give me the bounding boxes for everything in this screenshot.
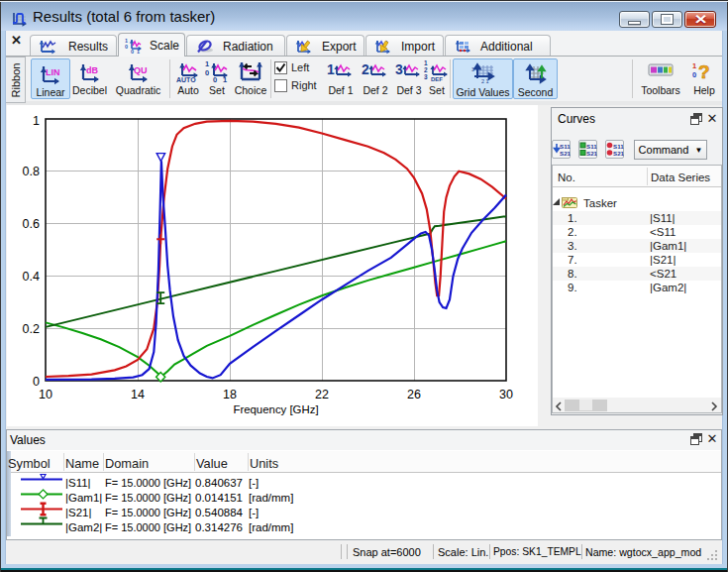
svg-text:0.6: 0.6 xyxy=(23,217,40,231)
svg-text:S11: S11 xyxy=(560,143,571,150)
svg-text:0.014151: 0.014151 xyxy=(195,492,243,504)
svg-text:2: 2 xyxy=(362,61,369,77)
svg-text:|Gam1|: |Gam1| xyxy=(65,492,102,504)
svg-text:3: 3 xyxy=(395,61,403,77)
svg-text:26: 26 xyxy=(407,388,421,401)
svg-text:Frequency [GHz]: Frequency [GHz] xyxy=(233,403,318,415)
svg-text:AUTO: AUTO xyxy=(176,76,196,83)
svg-text:[rad/mm]: [rad/mm] xyxy=(249,521,293,533)
svg-text:S21: S21 xyxy=(586,150,597,157)
svg-text:0.2: 0.2 xyxy=(23,322,40,336)
svg-text:0: 0 xyxy=(213,75,217,83)
svg-text:0: 0 xyxy=(205,68,209,77)
svg-text:0.540884: 0.540884 xyxy=(195,507,244,518)
svg-text:0: 0 xyxy=(33,375,40,389)
svg-text:LIN: LIN xyxy=(46,67,60,77)
svg-text:0.314276: 0.314276 xyxy=(195,521,243,533)
svg-text:1: 1 xyxy=(692,61,696,70)
svg-text:F= 15.0000 [GHz]: F= 15.0000 [GHz] xyxy=(105,507,191,518)
svg-text:1: 1 xyxy=(327,61,335,77)
svg-text:10: 10 xyxy=(39,388,52,401)
svg-text:0.840637: 0.840637 xyxy=(195,477,243,489)
svg-text:0: 0 xyxy=(125,44,128,50)
svg-text:22: 22 xyxy=(315,388,329,401)
svg-text:[-]: [-] xyxy=(249,507,259,518)
svg-text:0: 0 xyxy=(692,70,696,79)
svg-text:S21: S21 xyxy=(560,150,571,157)
svg-text:14: 14 xyxy=(131,388,145,401)
svg-text:S21: S21 xyxy=(613,150,624,157)
svg-text:|S21|: |S21| xyxy=(65,507,91,518)
svg-text:18: 18 xyxy=(223,388,237,401)
svg-text:0.4: 0.4 xyxy=(23,270,40,284)
svg-text:DEF: DEF xyxy=(431,76,443,82)
svg-text:0: 0 xyxy=(131,49,134,54)
svg-text:|Gam2|: |Gam2| xyxy=(65,521,102,533)
svg-text:0.8: 0.8 xyxy=(23,165,40,178)
svg-text:F= 15.0000 [GHz]: F= 15.0000 [GHz] xyxy=(105,492,191,504)
svg-text:30: 30 xyxy=(499,388,513,401)
svg-text:QU: QU xyxy=(134,65,148,75)
svg-text:dB: dB xyxy=(86,65,98,75)
svg-text:S11: S11 xyxy=(586,143,597,150)
svg-text:[rad/mm]: [rad/mm] xyxy=(249,492,293,504)
svg-text:1: 1 xyxy=(205,59,209,68)
svg-text:F= 15.0000 [GHz]: F= 15.0000 [GHz] xyxy=(105,477,191,489)
svg-text:S11: S11 xyxy=(613,143,624,150)
svg-text:2 1: 2 1 xyxy=(481,78,489,84)
svg-text:3: 3 xyxy=(424,73,428,80)
svg-text:F= 15.0000 [GHz]: F= 15.0000 [GHz] xyxy=(105,521,191,533)
svg-text:2: 2 xyxy=(424,66,428,73)
svg-text:1: 1 xyxy=(137,49,140,54)
svg-text:|S11|: |S11| xyxy=(65,477,91,489)
svg-text:1: 1 xyxy=(33,114,40,128)
svg-text:3: 3 xyxy=(471,66,474,72)
svg-text:1: 1 xyxy=(223,75,227,83)
svg-text:1: 1 xyxy=(424,59,428,66)
svg-text:?: ? xyxy=(698,61,710,82)
svg-text:[-]: [-] xyxy=(249,477,259,489)
